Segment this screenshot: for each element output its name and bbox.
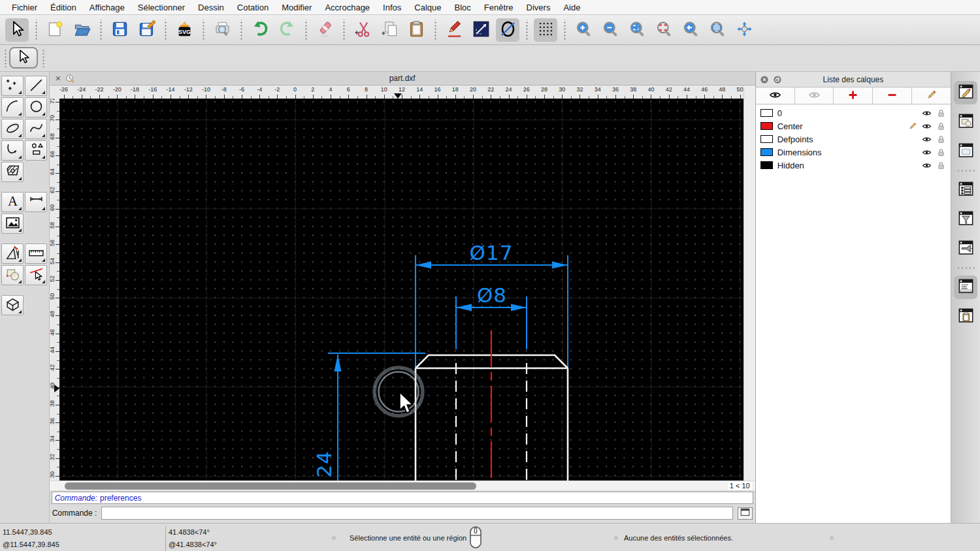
toolbar-button-zoom-out[interactable] [598, 18, 622, 42]
toolbar-button-open-file[interactable] [70, 18, 93, 42]
v-ruler-label: 44 [50, 345, 56, 354]
toolbar-button-grid-toggle[interactable] [534, 18, 557, 42]
layer-tool-minus-red[interactable] [873, 87, 912, 104]
palette-tool-blocks-tool[interactable] [1, 265, 24, 285]
dock-button-panel-command[interactable] [954, 276, 977, 299]
zoom-pan-icon [736, 20, 753, 40]
menu-item-calque[interactable]: Calque [408, 3, 448, 12]
dock-button-panel-filter[interactable] [954, 208, 977, 231]
dock-button-panel-layers[interactable] [954, 81, 977, 104]
v-ruler-cursor-marker [54, 385, 59, 392]
palette-tool-ellipse-tool[interactable] [1, 119, 24, 139]
menu-item-fenetre[interactable]: Fenêtre [478, 3, 520, 12]
layer-row-dimensions[interactable]: Dimensions [756, 146, 951, 159]
palette-tool-cube-tool[interactable] [1, 295, 24, 315]
toolbar-button-zoom-selection[interactable] [652, 18, 676, 42]
toolbar-button-save[interactable] [108, 18, 131, 42]
toolbar-button-zoom-previous[interactable] [679, 18, 702, 42]
dim-label-height[interactable]: 24 [312, 450, 336, 477]
layer-lock-icon[interactable] [936, 108, 946, 118]
layer-visible-eye-icon[interactable] [922, 134, 932, 144]
tab-close-icon[interactable]: × [56, 74, 61, 83]
menu-item-dessin[interactable]: Dessin [191, 3, 231, 12]
toolbar-button-new-document[interactable] [43, 18, 67, 42]
palette-tool-points-tool[interactable] [1, 76, 24, 96]
palette-tool-modify-tool[interactable] [1, 244, 24, 264]
layer-tool-eye-gray[interactable] [795, 87, 834, 104]
toolbar-button-line-properties[interactable] [469, 18, 493, 42]
layer-lock-icon[interactable] [936, 134, 946, 144]
statusbar: 11.5447,39.845 @11.5447,39.845 41.4838<7… [0, 523, 980, 551]
toolbar-button-paste[interactable] [404, 18, 428, 42]
toolbar-button-zoom-window[interactable] [706, 18, 729, 42]
menu-item-accrochage[interactable]: Accrochage [318, 3, 376, 12]
layer-visible-eye-icon[interactable] [922, 108, 932, 118]
layer-lock-icon[interactable] [936, 148, 946, 157]
palette-tool-measure-tool[interactable] [25, 244, 47, 264]
svg-text:SVG: SVG [178, 29, 190, 35]
layer-row-0[interactable]: 0 [756, 106, 951, 119]
menu-item-cotation[interactable]: Cotation [231, 3, 275, 12]
toolbar-button-cut[interactable] [351, 18, 374, 42]
layer-row-hidden[interactable]: Hidden [756, 159, 951, 172]
toolbar-button-zoom-pan[interactable] [732, 18, 756, 42]
menu-item-edition[interactable]: Édition [44, 3, 83, 12]
menu-item-aide[interactable]: Aide [557, 3, 587, 12]
menu-item-affichage[interactable]: Affichage [83, 3, 131, 12]
dim-label-outer-diameter[interactable]: Ø17 [469, 241, 513, 264]
dock-button-panel-blocks[interactable] [954, 110, 977, 134]
dock-button-panel-entity-list[interactable] [954, 178, 977, 202]
layer-tool-pencil-gold[interactable] [912, 87, 951, 104]
dock-button-panel-library[interactable] [954, 140, 977, 163]
toolbar-button-print-preview[interactable] [210, 18, 234, 42]
toolbar-button-select-arrow[interactable] [5, 18, 29, 42]
command-window-button[interactable] [738, 507, 753, 520]
layer-lock-icon[interactable] [936, 121, 946, 131]
copy-icon [381, 20, 399, 40]
palette-tool-shapes-tool[interactable] [25, 140, 47, 161]
command-input[interactable] [101, 507, 732, 520]
layer-tool-plus-red[interactable] [834, 87, 873, 104]
selection-tool-button[interactable] [9, 47, 38, 69]
toolbar-button-zoom-auto[interactable] [625, 18, 649, 42]
menu-item-divers[interactable]: Divers [520, 3, 557, 12]
toolbar-button-delete-eraser[interactable] [313, 18, 336, 42]
palette-tool-image-tool[interactable] [1, 213, 24, 234]
menu-item-selectionner[interactable]: Sélectionner [131, 3, 191, 12]
layer-visible-eye-icon[interactable] [922, 148, 932, 157]
drawing-canvas[interactable]: Ø17 Ø8 24 [59, 99, 743, 480]
toolbar-button-circle-slash[interactable] [496, 18, 519, 42]
layer-row-center[interactable]: Center [756, 119, 951, 133]
layer-visible-eye-icon[interactable] [922, 121, 932, 131]
toolbar-button-attributes-pencil[interactable] [442, 18, 466, 42]
h-scrollbar-thumb[interactable] [65, 482, 476, 490]
palette-tool-text-tool[interactable]: A [1, 192, 24, 212]
document-modified-icon [65, 74, 75, 84]
palette-tool-select-entity-tool[interactable] [25, 265, 47, 285]
toolbar-button-svg-export[interactable]: SVG [172, 18, 196, 42]
palette-tool-arc-tool[interactable] [1, 97, 24, 118]
palette-tool-line-tool[interactable] [25, 76, 47, 96]
palette-tool-circle-tool[interactable] [25, 97, 47, 118]
layer-visible-eye-icon[interactable] [922, 161, 932, 170]
dock-button-panel-pen[interactable] [954, 237, 977, 260]
dim-label-inner-diameter[interactable]: Ø8 [477, 283, 507, 307]
toolbar-button-undo[interactable] [248, 18, 272, 42]
menu-item-modifier[interactable]: Modifier [275, 3, 318, 12]
toolbar-button-copy[interactable] [378, 18, 401, 42]
dock-button-panel-clipboard[interactable] [954, 305, 977, 328]
palette-tool-hatch-tool[interactable] [1, 162, 24, 182]
menu-item-bloc[interactable]: Bloc [448, 3, 477, 12]
layer-tool-eye-black[interactable] [756, 87, 795, 104]
palette-tool-spline-tool[interactable] [25, 119, 47, 139]
toolbar-button-save-as[interactable] [135, 18, 158, 42]
palette-tool-polyline-tool[interactable] [1, 140, 24, 161]
layer-row-defpoints[interactable]: Defpoints [756, 133, 951, 146]
palette-tool-dimension-tool[interactable] [25, 192, 47, 212]
v-scrollbar-track[interactable] [743, 99, 755, 480]
menu-item-fichier[interactable]: Fichier [5, 3, 44, 12]
toolbar-button-zoom-in[interactable] [572, 18, 595, 42]
layer-lock-icon[interactable] [936, 161, 946, 170]
toolbar-button-redo[interactable] [275, 18, 299, 42]
menu-item-infos[interactable]: Infos [376, 3, 408, 12]
